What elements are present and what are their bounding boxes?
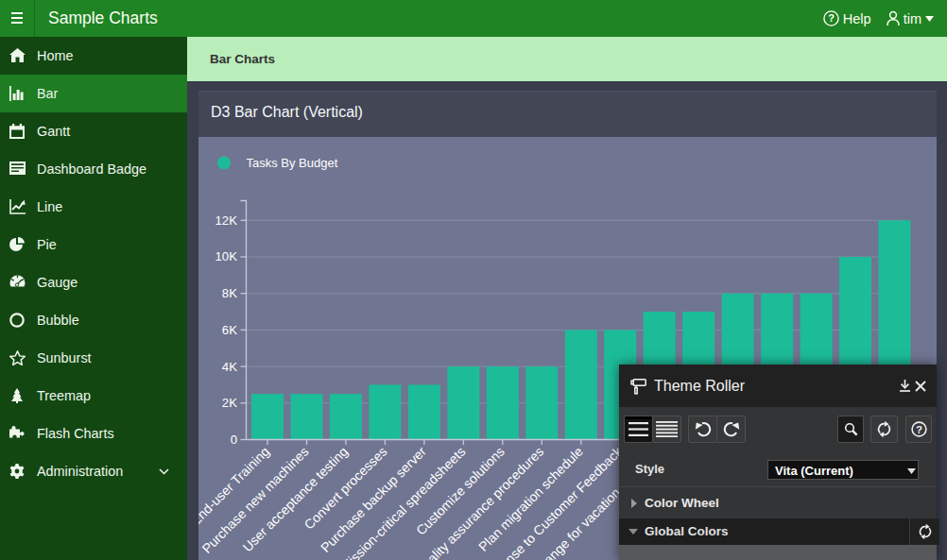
svg-text:10K: 10K (215, 249, 238, 263)
svg-text:?: ? (828, 12, 835, 24)
svg-text:4K: 4K (222, 360, 237, 374)
svg-text:8K: 8K (222, 286, 237, 300)
svg-text:6K: 6K (222, 323, 237, 337)
svg-text:0: 0 (231, 433, 237, 447)
svg-text:Tasks By Budget: Tasks By Budget (247, 156, 338, 170)
svg-text:?: ? (915, 424, 921, 435)
svg-text:12K: 12K (215, 213, 238, 228)
svg-text:2K: 2K (222, 396, 237, 410)
